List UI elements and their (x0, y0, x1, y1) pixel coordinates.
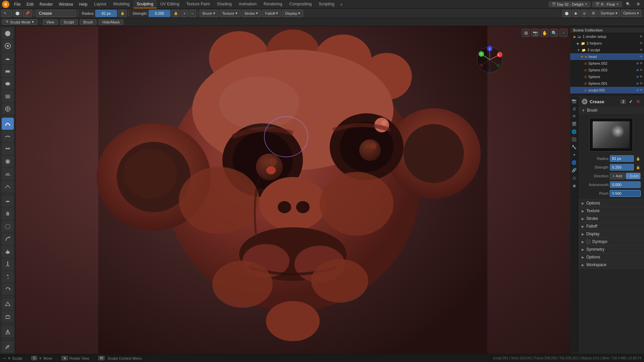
multiplane-scrape-tool-btn[interactable] (2, 181, 14, 192)
crease-tool-btn[interactable] (2, 118, 14, 129)
direction-subtract-btn[interactable]: − Subtr. (626, 173, 641, 179)
snake-hook-tool-btn[interactable] (2, 233, 14, 245)
viewport-shading-solid[interactable]: ⬤ (562, 10, 571, 17)
props-tab-view[interactable]: 👁 (571, 113, 578, 120)
props-tab-material[interactable]: ◉ (571, 182, 578, 189)
props-tab-output[interactable]: 🖨 (571, 105, 578, 112)
options-dropdown[interactable]: Options ▾ (621, 10, 641, 17)
sculpt-menu[interactable]: Sculpt (60, 19, 78, 25)
viewport[interactable]: X Y Z (15, 26, 570, 354)
outliner-item-heart[interactable]: ▼ ♥ heart 👁 (570, 53, 644, 60)
layer-tool-btn[interactable] (2, 90, 14, 102)
scrape-tool-btn[interactable] (2, 168, 14, 180)
falloff-dropdown[interactable]: Falloff ▾ (262, 10, 281, 17)
nudge-tool-btn[interactable] (2, 271, 14, 283)
pose-tool-btn[interactable] (2, 258, 14, 270)
display-dropdown[interactable]: Display ▾ (282, 10, 303, 17)
section-workspace-header[interactable]: ▶ Workspace (578, 261, 644, 268)
section-display-header[interactable]: ▶ Display (578, 230, 644, 238)
radius-lock-icon[interactable]: 🔒 (635, 156, 641, 161)
tab-layout[interactable]: Layout (91, 0, 110, 8)
section-options-header[interactable]: ▶ Options (578, 199, 644, 207)
dyntopo-checkbox[interactable] (586, 240, 590, 244)
menu-render[interactable]: Render (37, 1, 55, 7)
boundary-tool-btn[interactable] (2, 311, 14, 323)
props-tab-world[interactable]: 🌐 (571, 128, 578, 135)
blender-logo[interactable]: B (2, 1, 9, 8)
smooth-tool-btn[interactable] (2, 130, 14, 142)
viewport-canvas[interactable]: X Y Z (15, 26, 570, 354)
annotate-tool-btn[interactable] (2, 341, 14, 353)
clay-strips-tool-btn[interactable] (2, 65, 14, 77)
brush-check-icon[interactable]: ✓ (628, 99, 633, 104)
props-tab-constraints[interactable]: 🔗 (571, 167, 578, 174)
draw-tool-btn[interactable] (2, 27, 14, 39)
props-tab-modifier[interactable]: 🔧 (571, 143, 578, 151)
autosmooth-prop-value[interactable]: 0.000 (610, 181, 641, 188)
section-falloff-header[interactable]: ▶ Falloff (578, 223, 644, 230)
outliner-item-helpers[interactable]: ▶ 📁 2 helpers 👁 (570, 40, 644, 47)
brush-dropdown[interactable]: Brush ▾ (200, 10, 218, 17)
menu-window[interactable]: Window (56, 1, 76, 7)
radius-lock-btn[interactable]: 🔒 (118, 10, 127, 17)
fill-tool-btn[interactable] (2, 156, 14, 167)
outliner-item-sculpt001[interactable]: ◎ sculpt.001 ⊕ 👁 (570, 87, 644, 94)
tab-scripting[interactable]: Scripting (315, 0, 338, 8)
elastic-deform-tool-btn[interactable] (2, 221, 14, 232)
outliner-item-sphere001[interactable]: ◎ Sphere.001 ⊕ 👁 (570, 80, 644, 87)
brush-name-field[interactable] (36, 10, 76, 17)
axis-gizmo[interactable]: X Y Z (475, 45, 505, 75)
hand-btn[interactable]: ✋ (541, 29, 549, 37)
topology-tool-btn[interactable] (2, 298, 14, 310)
strength-field[interactable] (149, 10, 170, 17)
strength-add-btn[interactable]: + (181, 10, 188, 17)
filter-button[interactable]: ⚙ (635, 1, 642, 8)
tab-modeling[interactable]: Modeling (110, 0, 133, 8)
outliner-item-sphere003[interactable]: ◎ Sphere.003 ⊕ 👁 (570, 67, 644, 73)
tab-rendering[interactable]: Rendering (260, 0, 285, 8)
strength-lock-icon[interactable]: 🔒 (635, 165, 641, 170)
section-stroke-header[interactable]: ▶ Stroke (578, 215, 644, 222)
clay-tool-btn[interactable] (2, 53, 14, 64)
info-btn[interactable]: ℹ (559, 29, 568, 37)
strength-sub-btn[interactable]: − (189, 10, 196, 17)
section-brush-header[interactable]: ▼ Brush (578, 107, 644, 114)
flatten-tool-btn[interactable] (2, 143, 14, 155)
tab-shading[interactable]: Shading (214, 0, 235, 8)
camera-btn[interactable]: 📷 (531, 29, 539, 37)
outliner-item-sphere[interactable]: ◎ Sphere ⊕ 👁 (570, 73, 644, 80)
props-tab-data[interactable]: ◎ (571, 174, 578, 182)
outliner-item-sculpt-folder[interactable]: ▼ 📁 3 sculpt 👁 (570, 47, 644, 53)
quad-view-btn[interactable]: ⊞ (522, 29, 530, 37)
mode-selector-btn[interactable]: ↖ (1, 10, 12, 17)
outliner-item-render-setup[interactable]: ▶ 🗂 1 render setup 👁 (570, 33, 644, 40)
props-tab-particles[interactable]: ✦ (571, 151, 578, 159)
hide-mask-menu[interactable]: Hide/Mask (99, 19, 123, 25)
direction-add-btn[interactable]: + Add (610, 173, 625, 179)
tab-add-button[interactable]: + (338, 1, 345, 8)
props-tab-object[interactable]: ⬛ (571, 136, 578, 143)
inflate-tool-btn[interactable] (2, 103, 14, 115)
section-symmetry-header[interactable]: ▶ Symmetry (578, 246, 644, 253)
section-dyntopo-header[interactable]: ▶ Dyntopo (578, 238, 644, 245)
view-menu[interactable]: View (43, 19, 58, 25)
outliner-item-sphere002[interactable]: ◎ Sphere.002 ⊕ 👁 (570, 60, 644, 67)
magnifier-btn[interactable]: 🔍 (550, 29, 558, 37)
pin-btn[interactable]: 📌 (23, 10, 32, 17)
tab-compositing[interactable]: Compositing (286, 0, 315, 8)
dyntopo-dropdown[interactable]: Dyntopo ▾ (598, 10, 620, 17)
scene-title-left[interactable]: 🎬 Day 02 - Delight ✕ (549, 2, 591, 7)
radius-field[interactable] (95, 10, 117, 17)
section-texture-header[interactable]: ▶ Texture (578, 207, 644, 215)
draw-sharp-tool-btn[interactable] (2, 40, 14, 52)
scene-title-right[interactable]: 🎬 R - Final ✕ (592, 2, 622, 7)
viewport-shading-render[interactable]: ◎ (581, 10, 588, 17)
menu-file[interactable]: File (11, 1, 23, 7)
tab-sculpting[interactable]: Sculpting (133, 0, 157, 8)
pinch-prop-value[interactable]: 0.500 (610, 190, 641, 197)
radius-prop-value[interactable]: 81 px (610, 155, 634, 162)
tab-uv-editing[interactable]: UV Editing (157, 0, 183, 8)
tab-animation[interactable]: Animation (235, 0, 260, 8)
stroke-dropdown[interactable]: Stroke ▾ (241, 10, 261, 17)
menu-help[interactable]: Help (76, 1, 90, 7)
